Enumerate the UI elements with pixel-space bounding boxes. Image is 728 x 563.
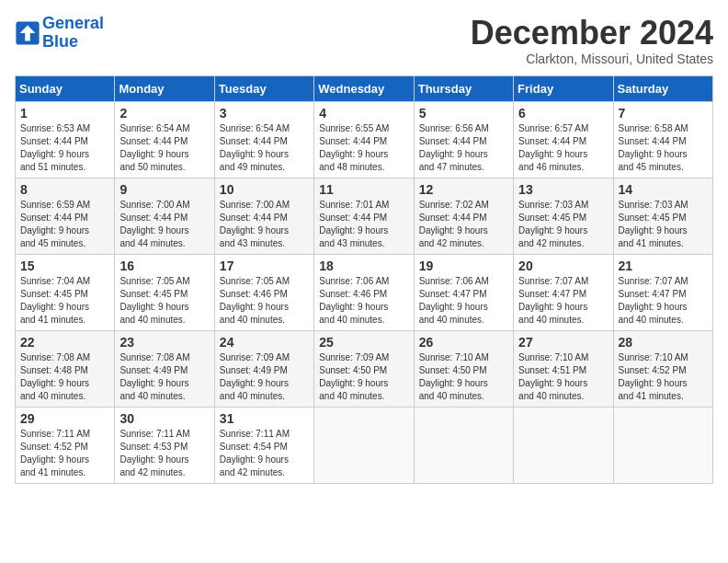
day-cell: 26Sunrise: 7:10 AM Sunset: 4:50 PM Dayli…: [414, 330, 513, 407]
week-row-5: 29Sunrise: 7:11 AM Sunset: 4:52 PM Dayli…: [16, 407, 713, 483]
day-number: 5: [419, 106, 508, 121]
day-number: 21: [619, 259, 708, 273]
day-number: 14: [619, 182, 708, 197]
day-cell: [414, 407, 513, 483]
day-number: 28: [619, 335, 708, 350]
day-number: 8: [20, 182, 109, 197]
week-row-3: 15Sunrise: 7:04 AM Sunset: 4:45 PM Dayli…: [16, 254, 713, 330]
day-number: 16: [119, 259, 209, 273]
day-cell: 29Sunrise: 7:11 AM Sunset: 4:52 PM Dayli…: [16, 407, 115, 483]
day-info: Sunrise: 6:54 AM Sunset: 4:44 PM Dayligh…: [220, 122, 309, 174]
day-number: 1: [20, 106, 109, 121]
header-row: SundayMondayTuesdayWednesdayThursdayFrid…: [16, 75, 713, 101]
day-number: 7: [619, 106, 708, 121]
day-info: Sunrise: 7:05 AM Sunset: 4:45 PM Dayligh…: [119, 275, 209, 327]
day-cell: [314, 407, 414, 483]
day-cell: 11Sunrise: 7:01 AM Sunset: 4:44 PM Dayli…: [314, 178, 414, 254]
day-cell: 27Sunrise: 7:10 AM Sunset: 4:51 PM Dayli…: [514, 330, 613, 407]
day-cell: 4Sunrise: 6:55 AM Sunset: 4:44 PM Daylig…: [314, 101, 414, 178]
day-info: Sunrise: 7:10 AM Sunset: 4:50 PM Dayligh…: [419, 351, 508, 403]
day-cell: 21Sunrise: 7:07 AM Sunset: 4:47 PM Dayli…: [613, 254, 712, 330]
month-title: December 2024: [471, 15, 713, 52]
day-number: 25: [319, 335, 408, 350]
day-cell: 28Sunrise: 7:10 AM Sunset: 4:52 PM Dayli…: [613, 330, 712, 407]
col-header-monday: Monday: [115, 75, 214, 101]
week-row-4: 22Sunrise: 7:08 AM Sunset: 4:48 PM Dayli…: [16, 330, 713, 407]
day-cell: 25Sunrise: 7:09 AM Sunset: 4:50 PM Dayli…: [314, 330, 414, 407]
logo-line1: General: [42, 14, 104, 32]
day-info: Sunrise: 7:08 AM Sunset: 4:48 PM Dayligh…: [20, 351, 109, 403]
day-number: 18: [319, 259, 408, 273]
day-number: 22: [20, 335, 109, 350]
day-number: 15: [20, 259, 109, 273]
day-info: Sunrise: 7:09 AM Sunset: 4:49 PM Dayligh…: [220, 351, 309, 403]
day-info: Sunrise: 7:09 AM Sunset: 4:50 PM Dayligh…: [319, 351, 408, 403]
day-info: Sunrise: 7:07 AM Sunset: 4:47 PM Dayligh…: [518, 275, 608, 327]
day-number: 11: [319, 182, 408, 197]
logo-icon: [15, 20, 40, 46]
day-info: Sunrise: 7:01 AM Sunset: 4:44 PM Dayligh…: [319, 199, 408, 250]
day-cell: 16Sunrise: 7:05 AM Sunset: 4:45 PM Dayli…: [115, 254, 214, 330]
week-row-2: 8Sunrise: 6:59 AM Sunset: 4:44 PM Daylig…: [16, 178, 713, 254]
day-info: Sunrise: 6:56 AM Sunset: 4:44 PM Dayligh…: [419, 122, 508, 174]
header: General Blue December 2024 Clarkton, Mis…: [15, 15, 713, 66]
day-number: 9: [119, 182, 209, 197]
day-cell: 20Sunrise: 7:07 AM Sunset: 4:47 PM Dayli…: [514, 254, 613, 330]
day-cell: 12Sunrise: 7:02 AM Sunset: 4:44 PM Dayli…: [414, 178, 513, 254]
day-cell: 19Sunrise: 7:06 AM Sunset: 4:47 PM Dayli…: [414, 254, 513, 330]
day-number: 12: [419, 182, 508, 197]
day-info: Sunrise: 7:03 AM Sunset: 4:45 PM Dayligh…: [619, 199, 708, 250]
day-cell: 22Sunrise: 7:08 AM Sunset: 4:48 PM Dayli…: [16, 330, 115, 407]
day-info: Sunrise: 7:08 AM Sunset: 4:49 PM Dayligh…: [119, 351, 209, 403]
logo-line2: Blue: [42, 33, 104, 52]
day-info: Sunrise: 7:11 AM Sunset: 4:54 PM Dayligh…: [220, 428, 309, 479]
day-cell: 17Sunrise: 7:05 AM Sunset: 4:46 PM Dayli…: [214, 254, 313, 330]
day-number: 26: [419, 335, 508, 350]
day-info: Sunrise: 6:58 AM Sunset: 4:44 PM Dayligh…: [619, 122, 708, 174]
col-header-wednesday: Wednesday: [314, 75, 414, 101]
logo: General Blue: [15, 15, 104, 52]
day-cell: [613, 407, 712, 483]
day-info: Sunrise: 6:59 AM Sunset: 4:44 PM Dayligh…: [20, 199, 109, 250]
day-cell: 1Sunrise: 6:53 AM Sunset: 4:44 PM Daylig…: [16, 101, 115, 178]
calendar-table: SundayMondayTuesdayWednesdayThursdayFrid…: [15, 75, 713, 484]
day-cell: 7Sunrise: 6:58 AM Sunset: 4:44 PM Daylig…: [613, 101, 712, 178]
day-cell: 3Sunrise: 6:54 AM Sunset: 4:44 PM Daylig…: [214, 101, 313, 178]
day-number: 20: [518, 259, 608, 273]
day-info: Sunrise: 7:04 AM Sunset: 4:45 PM Dayligh…: [20, 275, 109, 327]
day-info: Sunrise: 7:02 AM Sunset: 4:44 PM Dayligh…: [419, 199, 508, 250]
week-row-1: 1Sunrise: 6:53 AM Sunset: 4:44 PM Daylig…: [16, 101, 713, 178]
col-header-friday: Friday: [514, 75, 613, 101]
day-number: 4: [319, 106, 408, 121]
title-area: December 2024 Clarkton, Missouri, United…: [471, 15, 713, 66]
day-number: 27: [518, 335, 608, 350]
logo-text: General Blue: [42, 15, 104, 52]
day-info: Sunrise: 7:11 AM Sunset: 4:53 PM Dayligh…: [119, 428, 209, 479]
day-info: Sunrise: 7:00 AM Sunset: 4:44 PM Dayligh…: [119, 199, 209, 250]
day-info: Sunrise: 7:10 AM Sunset: 4:52 PM Dayligh…: [619, 351, 708, 403]
day-info: Sunrise: 6:53 AM Sunset: 4:44 PM Dayligh…: [20, 122, 109, 174]
location-title: Clarkton, Missouri, United States: [471, 52, 713, 66]
day-cell: 23Sunrise: 7:08 AM Sunset: 4:49 PM Dayli…: [115, 330, 214, 407]
day-info: Sunrise: 7:03 AM Sunset: 4:45 PM Dayligh…: [518, 199, 608, 250]
col-header-tuesday: Tuesday: [214, 75, 313, 101]
day-cell: 31Sunrise: 7:11 AM Sunset: 4:54 PM Dayli…: [214, 407, 313, 483]
day-info: Sunrise: 6:54 AM Sunset: 4:44 PM Dayligh…: [119, 122, 209, 174]
col-header-saturday: Saturday: [613, 75, 712, 101]
day-number: 3: [220, 106, 309, 121]
day-number: 24: [220, 335, 309, 350]
day-cell: 13Sunrise: 7:03 AM Sunset: 4:45 PM Dayli…: [514, 178, 613, 254]
day-cell: 30Sunrise: 7:11 AM Sunset: 4:53 PM Dayli…: [115, 407, 214, 483]
day-cell: 24Sunrise: 7:09 AM Sunset: 4:49 PM Dayli…: [214, 330, 313, 407]
col-header-thursday: Thursday: [414, 75, 513, 101]
day-info: Sunrise: 6:57 AM Sunset: 4:44 PM Dayligh…: [518, 122, 608, 174]
day-info: Sunrise: 7:07 AM Sunset: 4:47 PM Dayligh…: [619, 275, 708, 327]
day-info: Sunrise: 7:10 AM Sunset: 4:51 PM Dayligh…: [518, 351, 608, 403]
day-number: 6: [518, 106, 608, 121]
day-number: 17: [220, 259, 309, 273]
day-cell: 6Sunrise: 6:57 AM Sunset: 4:44 PM Daylig…: [514, 101, 613, 178]
day-info: Sunrise: 7:06 AM Sunset: 4:47 PM Dayligh…: [419, 275, 508, 327]
day-cell: 10Sunrise: 7:00 AM Sunset: 4:44 PM Dayli…: [214, 178, 313, 254]
day-number: 19: [419, 259, 508, 273]
day-cell: 9Sunrise: 7:00 AM Sunset: 4:44 PM Daylig…: [115, 178, 214, 254]
